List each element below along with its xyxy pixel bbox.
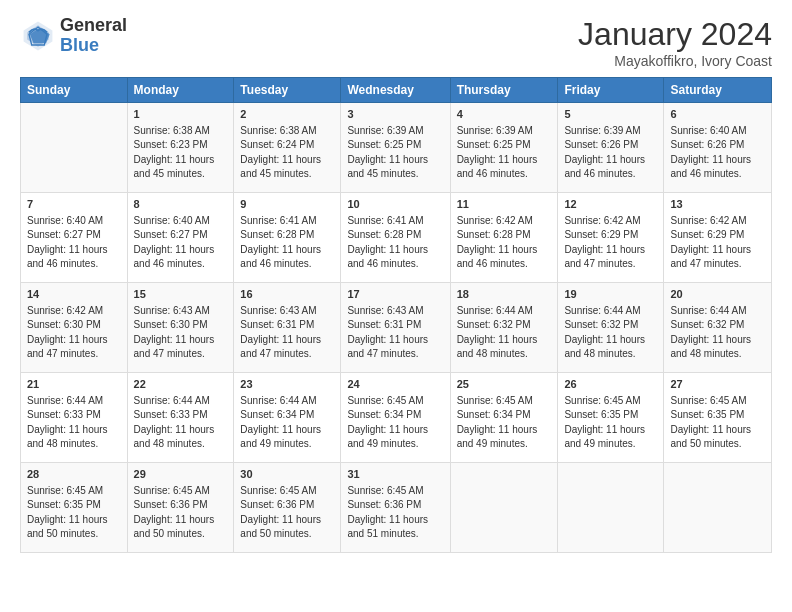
calendar-header-row: SundayMondayTuesdayWednesdayThursdayFrid…: [21, 78, 772, 103]
title-block: January 2024 Mayakoffikro, Ivory Coast: [578, 16, 772, 69]
day-number: 19: [564, 287, 657, 303]
daylight-text: Daylight: 11 hours and 48 minutes.: [457, 333, 552, 362]
logo-text: General Blue: [60, 16, 127, 56]
calendar-cell: 28Sunrise: 6:45 AMSunset: 6:35 PMDayligh…: [21, 463, 128, 553]
sunset-text: Sunset: 6:35 PM: [27, 498, 121, 513]
calendar-cell: 15Sunrise: 6:43 AMSunset: 6:30 PMDayligh…: [127, 283, 234, 373]
calendar-cell: 12Sunrise: 6:42 AMSunset: 6:29 PMDayligh…: [558, 193, 664, 283]
sunset-text: Sunset: 6:25 PM: [347, 138, 443, 153]
daylight-text: Daylight: 11 hours and 45 minutes.: [240, 153, 334, 182]
daylight-text: Daylight: 11 hours and 48 minutes.: [564, 333, 657, 362]
daylight-text: Daylight: 11 hours and 49 minutes.: [564, 423, 657, 452]
day-number: 7: [27, 197, 121, 213]
day-number: 9: [240, 197, 334, 213]
sunset-text: Sunset: 6:32 PM: [564, 318, 657, 333]
calendar-cell: 7Sunrise: 6:40 AMSunset: 6:27 PMDaylight…: [21, 193, 128, 283]
sunrise-text: Sunrise: 6:44 AM: [240, 394, 334, 409]
sunset-text: Sunset: 6:28 PM: [240, 228, 334, 243]
day-number: 3: [347, 107, 443, 123]
calendar-cell: [21, 103, 128, 193]
day-number: 21: [27, 377, 121, 393]
day-number: 26: [564, 377, 657, 393]
sunset-text: Sunset: 6:27 PM: [134, 228, 228, 243]
sunset-text: Sunset: 6:33 PM: [27, 408, 121, 423]
daylight-text: Daylight: 11 hours and 48 minutes.: [134, 423, 228, 452]
sunset-text: Sunset: 6:34 PM: [457, 408, 552, 423]
day-number: 14: [27, 287, 121, 303]
sunrise-text: Sunrise: 6:45 AM: [134, 484, 228, 499]
calendar-cell: 25Sunrise: 6:45 AMSunset: 6:34 PMDayligh…: [450, 373, 558, 463]
day-number: 11: [457, 197, 552, 213]
day-number: 23: [240, 377, 334, 393]
calendar-week-row: 7Sunrise: 6:40 AMSunset: 6:27 PMDaylight…: [21, 193, 772, 283]
daylight-text: Daylight: 11 hours and 49 minutes.: [457, 423, 552, 452]
sunset-text: Sunset: 6:26 PM: [564, 138, 657, 153]
daylight-text: Daylight: 11 hours and 46 minutes.: [347, 243, 443, 272]
sunset-text: Sunset: 6:36 PM: [347, 498, 443, 513]
sunset-text: Sunset: 6:25 PM: [457, 138, 552, 153]
daylight-text: Daylight: 11 hours and 50 minutes.: [240, 513, 334, 542]
day-number: 4: [457, 107, 552, 123]
daylight-text: Daylight: 11 hours and 46 minutes.: [457, 243, 552, 272]
sunrise-text: Sunrise: 6:44 AM: [457, 304, 552, 319]
sunset-text: Sunset: 6:35 PM: [564, 408, 657, 423]
calendar-cell: 27Sunrise: 6:45 AMSunset: 6:35 PMDayligh…: [664, 373, 772, 463]
sunrise-text: Sunrise: 6:43 AM: [240, 304, 334, 319]
sunrise-text: Sunrise: 6:45 AM: [347, 484, 443, 499]
logo-icon: [20, 18, 56, 54]
day-number: 20: [670, 287, 765, 303]
day-number: 27: [670, 377, 765, 393]
daylight-text: Daylight: 11 hours and 51 minutes.: [347, 513, 443, 542]
daylight-text: Daylight: 11 hours and 49 minutes.: [347, 423, 443, 452]
calendar-cell: 31Sunrise: 6:45 AMSunset: 6:36 PMDayligh…: [341, 463, 450, 553]
month-title: January 2024: [578, 16, 772, 53]
day-number: 8: [134, 197, 228, 213]
sunset-text: Sunset: 6:33 PM: [134, 408, 228, 423]
sunset-text: Sunset: 6:36 PM: [134, 498, 228, 513]
daylight-text: Daylight: 11 hours and 49 minutes.: [240, 423, 334, 452]
daylight-text: Daylight: 11 hours and 47 minutes.: [134, 333, 228, 362]
sunrise-text: Sunrise: 6:43 AM: [347, 304, 443, 319]
sunrise-text: Sunrise: 6:40 AM: [27, 214, 121, 229]
daylight-text: Daylight: 11 hours and 47 minutes.: [27, 333, 121, 362]
sunrise-text: Sunrise: 6:45 AM: [240, 484, 334, 499]
day-number: 29: [134, 467, 228, 483]
calendar-cell: 29Sunrise: 6:45 AMSunset: 6:36 PMDayligh…: [127, 463, 234, 553]
day-number: 24: [347, 377, 443, 393]
sunrise-text: Sunrise: 6:44 AM: [134, 394, 228, 409]
calendar-cell: 23Sunrise: 6:44 AMSunset: 6:34 PMDayligh…: [234, 373, 341, 463]
calendar-cell: 5Sunrise: 6:39 AMSunset: 6:26 PMDaylight…: [558, 103, 664, 193]
daylight-text: Daylight: 11 hours and 47 minutes.: [347, 333, 443, 362]
day-number: 15: [134, 287, 228, 303]
calendar-cell: 2Sunrise: 6:38 AMSunset: 6:24 PMDaylight…: [234, 103, 341, 193]
day-number: 16: [240, 287, 334, 303]
calendar-cell: 6Sunrise: 6:40 AMSunset: 6:26 PMDaylight…: [664, 103, 772, 193]
calendar-cell: [664, 463, 772, 553]
daylight-text: Daylight: 11 hours and 50 minutes.: [670, 423, 765, 452]
calendar-week-row: 21Sunrise: 6:44 AMSunset: 6:33 PMDayligh…: [21, 373, 772, 463]
sunrise-text: Sunrise: 6:45 AM: [564, 394, 657, 409]
calendar-cell: [558, 463, 664, 553]
logo: General Blue: [20, 16, 127, 56]
sunrise-text: Sunrise: 6:38 AM: [240, 124, 334, 139]
day-number: 2: [240, 107, 334, 123]
logo-general-text: General: [60, 16, 127, 36]
daylight-text: Daylight: 11 hours and 46 minutes.: [670, 153, 765, 182]
header-day-friday: Friday: [558, 78, 664, 103]
calendar-cell: 30Sunrise: 6:45 AMSunset: 6:36 PMDayligh…: [234, 463, 341, 553]
calendar-cell: 20Sunrise: 6:44 AMSunset: 6:32 PMDayligh…: [664, 283, 772, 373]
sunrise-text: Sunrise: 6:40 AM: [134, 214, 228, 229]
calendar-cell: 17Sunrise: 6:43 AMSunset: 6:31 PMDayligh…: [341, 283, 450, 373]
calendar-cell: 24Sunrise: 6:45 AMSunset: 6:34 PMDayligh…: [341, 373, 450, 463]
sunrise-text: Sunrise: 6:42 AM: [27, 304, 121, 319]
sunrise-text: Sunrise: 6:38 AM: [134, 124, 228, 139]
sunset-text: Sunset: 6:30 PM: [27, 318, 121, 333]
sunset-text: Sunset: 6:29 PM: [564, 228, 657, 243]
calendar-cell: 11Sunrise: 6:42 AMSunset: 6:28 PMDayligh…: [450, 193, 558, 283]
sunrise-text: Sunrise: 6:39 AM: [457, 124, 552, 139]
calendar-cell: 8Sunrise: 6:40 AMSunset: 6:27 PMDaylight…: [127, 193, 234, 283]
sunset-text: Sunset: 6:30 PM: [134, 318, 228, 333]
sunset-text: Sunset: 6:32 PM: [670, 318, 765, 333]
day-number: 31: [347, 467, 443, 483]
calendar-week-row: 14Sunrise: 6:42 AMSunset: 6:30 PMDayligh…: [21, 283, 772, 373]
